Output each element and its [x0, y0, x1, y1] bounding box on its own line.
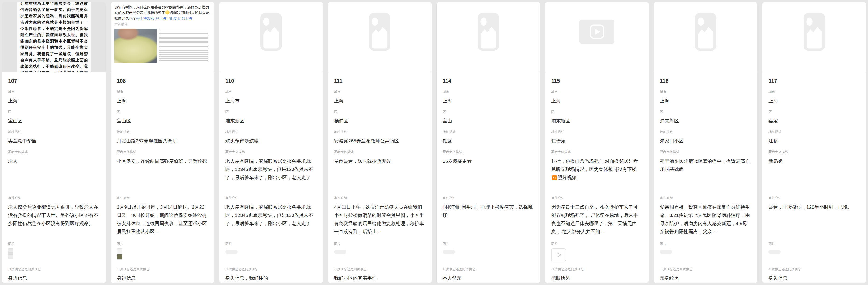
- image-attachment-loading[interactable]: [443, 250, 455, 254]
- record-card[interactable]: 111 城市 上海 区 杨浦区 地址描述 安波路265弄兰花教师公寓南区 死者大…: [328, 2, 432, 283]
- video-attachment-thumb[interactable]: [551, 248, 566, 261]
- field-event-value[interactable]: 昏迷，呼吸微弱，120半小时到，已晚。: [769, 203, 860, 236]
- record-media-preview[interactable]: [328, 2, 432, 72]
- record-number[interactable]: 117: [769, 78, 860, 84]
- field-image-label: 图片: [8, 242, 99, 246]
- field-direct-value[interactable]: 身边信息: [8, 275, 99, 282]
- field-district-label: 区: [551, 110, 643, 114]
- field-direct-value[interactable]: 身边信息: [769, 275, 860, 282]
- field-direct-value[interactable]: 身边信息: [117, 275, 208, 282]
- field-address-value[interactable]: 朱家门小区: [660, 137, 751, 144]
- record-media-preview[interactable]: 运输有时间，为什么跟居委会的60的菜能到，还好多是烂的 别的区都已经分发过几批物…: [111, 2, 214, 72]
- field-direct-value[interactable]: 身边信息，我们楼的: [225, 275, 317, 282]
- field-deceased-value[interactable]: 晕倒昏迷，送医院抢救无效: [334, 157, 426, 190]
- field-address-value[interactable]: 铂庭: [443, 137, 534, 144]
- field-deceased-value[interactable]: 老人患有哮喘，家属联系居委报备要求就医，12345也表示尽快，但是120依然来不…: [225, 157, 317, 190]
- field-district-value[interactable]: 嘉定: [769, 117, 860, 124]
- field-deceased-value[interactable]: 死于浦东医院新冠隔离治疗中，有肾衰高血压封基础病: [660, 157, 751, 190]
- record-card[interactable]: 115 城市 上海 区 浦东新区 地址描述 仁怡苑 死者大体描述 封控，跳楼自杀…: [545, 2, 649, 283]
- record-media-preview[interactable]: [763, 2, 866, 72]
- record-number[interactable]: 110: [225, 78, 317, 84]
- field-district-value[interactable]: 宝山: [443, 117, 534, 124]
- record-number[interactable]: 116: [660, 78, 751, 84]
- field-event-value[interactable]: 父亲周嘉祖，肾衰且瘫痪在床靠血透维持生命，3.21住进第七人民医院肾病科治疗，由…: [660, 203, 751, 236]
- record-number[interactable]: 107: [8, 78, 99, 84]
- field-event-value[interactable]: 封控期间因生理、心理上极度痛苦，选择跳楼: [443, 203, 534, 236]
- field-event-label: 事件介绍: [443, 196, 534, 200]
- field-event-value[interactable]: 4月11日上午，这位消毒防疫人员在给我们小区封控楼做消杀的时候突然晕倒，小区里有…: [334, 203, 426, 236]
- field-deceased-label: 死者大体描述: [443, 150, 534, 154]
- field-direct: 直接信息还是间接信息 身边信息: [769, 267, 860, 282]
- field-deceased-value[interactable]: 65岁癌症患者: [443, 157, 534, 190]
- image-attachment-loading[interactable]: [660, 250, 672, 254]
- text-screenshot-attachment[interactable]: 分左右联系上中华西居委会，通过微信语音确认了这一事实。由于需要保护患者家属的隐私…: [2, 2, 105, 72]
- image-attachment-loading[interactable]: [334, 250, 346, 254]
- record-media-preview[interactable]: [437, 2, 540, 72]
- field-image: 图片: [660, 242, 751, 261]
- field-deceased-value[interactable]: 老人: [8, 157, 99, 190]
- field-city-value[interactable]: 上海市: [225, 97, 317, 104]
- field-city-value[interactable]: 上海: [443, 97, 534, 104]
- field-address-value[interactable]: 安波路265弄兰花教师公寓南区: [334, 137, 426, 144]
- record-card[interactable]: 114 城市 上海 区 宝山 地址描述 铂庭 死者大体描述 65岁癌症患者 事件…: [436, 2, 540, 283]
- field-image-label: 图片: [334, 242, 426, 246]
- field-direct-value[interactable]: 亲身经历: [660, 275, 751, 282]
- field-address-value[interactable]: 丹霞山路257弄馨佳园八街坊: [117, 137, 208, 144]
- field-deceased: 死者大体描述 65岁癌症患者: [443, 150, 534, 190]
- field-event-label: 事件介绍: [769, 196, 860, 200]
- record-media-preview[interactable]: [545, 2, 649, 72]
- field-district-value[interactable]: 宝山区: [8, 117, 99, 124]
- field-city-value[interactable]: 上海: [334, 97, 426, 104]
- field-city-value[interactable]: 上海: [660, 97, 751, 104]
- image-attachment-thumb[interactable]: [8, 248, 13, 259]
- field-address-value[interactable]: 江桥: [769, 137, 860, 144]
- field-event-value[interactable]: 老人感染后物业街道无人跟进，导致老人在没有救援的情况下去世。另外该小区还有不少阳…: [8, 203, 99, 236]
- field-deceased-label: 死者大体描述: [225, 150, 317, 154]
- field-city-value[interactable]: 上海: [117, 97, 208, 104]
- field-district-value[interactable]: 浦东新区: [225, 117, 317, 124]
- field-deceased-value[interactable]: 封控，跳楼自杀当场死亡 对面楼邻居只看见听见现场情况，因为集体被封没有下楼 有照…: [551, 157, 643, 190]
- image-attachment-loading[interactable]: [225, 250, 238, 254]
- field-direct-value[interactable]: 亲眼所见: [551, 275, 643, 282]
- field-district-value[interactable]: 浦东新区: [660, 117, 751, 124]
- photo-placeholder-wrap: [763, 2, 866, 72]
- record-card[interactable]: 110 城市 上海市 区 浦东新区 地址描述 航头镇鹤沙航城 死者大体描述 老人…: [219, 2, 323, 283]
- field-address-value[interactable]: 美兰湖中华园: [8, 137, 99, 144]
- image-attachment-loading[interactable]: [769, 250, 781, 254]
- weibo-post-attachment[interactable]: 运输有时间，为什么跟居委会的60的菜能到，还好多是烂的 别的区都已经分发过几批物…: [111, 2, 214, 72]
- field-district-value[interactable]: 杨浦区: [334, 117, 426, 124]
- record-number[interactable]: 115: [551, 78, 643, 84]
- record-card[interactable]: 116 城市 上海 区 浦东新区 地址描述 朱家门小区 死者大体描述 死于浦东医…: [653, 2, 757, 283]
- record-media-preview[interactable]: 分左右联系上中华西居委会，通过微信语音确认了这一事实。由于需要保护患者家属的隐私…: [2, 2, 105, 72]
- field-district-value[interactable]: 宝山区: [117, 117, 208, 124]
- field-event-value[interactable]: 3月9日起开始封控，3月14日解封。3月23日又一轮封控开始，期间这位保安始终没…: [117, 203, 208, 236]
- field-direct-label: 直接信息还是间接信息: [117, 267, 208, 271]
- record-card[interactable]: 117 城市 上海 区 嘉定 地址描述 江桥 死者大体描述 我奶奶 事件介绍 昏…: [762, 2, 866, 283]
- weibo-mention-links[interactable]: @上海发布 @上海宝山发布 ◎上海: [136, 16, 192, 20]
- field-city-value[interactable]: 上海: [8, 97, 99, 104]
- weibo-translate-link[interactable]: 查看翻译: [115, 23, 211, 27]
- record-card[interactable]: 运输有时间，为什么跟居委会的60的菜能到，还好多是烂的 别的区都已经分发过几批物…: [111, 2, 215, 283]
- record-number[interactable]: 111: [334, 78, 426, 84]
- field-city-value[interactable]: 上海: [769, 97, 860, 104]
- field-city: 城市 上海: [334, 90, 426, 104]
- field-event: 事件介绍 因为凌晨十二点自杀， 很久救护车来了可能看到现场死了， 尸体留在原地，…: [551, 196, 643, 236]
- field-event-value[interactable]: 老人患有哮喘，家属联系居委报备要求就医，12345也表示尽快，但是120依然来不…: [225, 203, 317, 236]
- field-direct-value[interactable]: 我们小区的真实事件: [334, 275, 426, 282]
- field-city-value[interactable]: 上海: [551, 97, 643, 104]
- field-deceased-value[interactable]: 小区保安，连续两周高强度值班，导致猝死: [117, 157, 208, 190]
- field-event-value[interactable]: 因为凌晨十二点自杀， 很久救护车来了可能看到现场死了， 尸体留在原地，后来半夜也…: [551, 203, 643, 236]
- field-deceased-value[interactable]: 我奶奶: [769, 157, 860, 190]
- field-address-value[interactable]: 仁怡苑: [551, 137, 643, 144]
- rotten-cabbage-photo[interactable]: [115, 29, 157, 63]
- record-card[interactable]: 分左右联系上中华西居委会，通过微信语音确认了这一事实。由于需要保护患者家属的隐私…: [2, 2, 106, 283]
- record-media-preview[interactable]: [654, 2, 757, 72]
- field-district-value[interactable]: 浦东新区: [551, 117, 643, 124]
- record-media-preview[interactable]: [219, 2, 323, 72]
- record-number[interactable]: 114: [443, 78, 534, 84]
- field-direct-value[interactable]: 本人父亲: [443, 275, 534, 282]
- field-image: 图片: [769, 242, 860, 261]
- field-address-value[interactable]: 航头镇鹤沙航城: [225, 137, 317, 144]
- record-number[interactable]: 108: [117, 78, 208, 84]
- image-attachment-thumb[interactable]: [117, 248, 122, 259]
